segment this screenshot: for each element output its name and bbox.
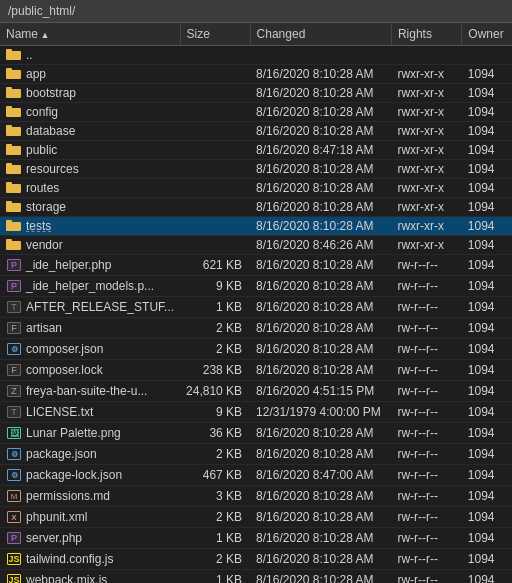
size-cell [180,84,250,103]
table-row[interactable]: app 8/16/2020 8:10:28 AM rwxr-xr-x 1094 [0,65,512,84]
size-cell: 36 KB [180,423,250,444]
owner-cell: 1094 [462,236,512,255]
file-name: artisan [26,321,62,335]
table-row[interactable]: F composer.lock 238 KB 8/16/2020 8:10:28… [0,360,512,381]
name-cell: JS webpack.mix.js [0,570,180,584]
folder-icon [6,105,22,119]
rights-cell: rwxr-xr-x [391,217,461,236]
file-name: permissions.md [26,489,110,503]
table-row[interactable]: config 8/16/2020 8:10:28 AM rwxr-xr-x 10… [0,103,512,122]
name-cell: T AFTER_RELEASE_STUF... [0,297,180,318]
changed-cell: 8/16/2020 8:10:28 AM [250,339,391,360]
owner-cell: 1094 [462,217,512,236]
owner-cell: 1094 [462,65,512,84]
changed-cell: 8/16/2020 8:10:28 AM [250,318,391,339]
php-icon: P [6,278,22,294]
zip-icon: Z [6,383,22,399]
file-name: .. [26,48,33,62]
name-cell: ⚙ composer.json [0,339,180,360]
file-name: tests [26,219,51,233]
table-row[interactable]: ⚙ package.json 2 KB 8/16/2020 8:10:28 AM… [0,444,512,465]
table-row[interactable]: database 8/16/2020 8:10:28 AM rwxr-xr-x … [0,122,512,141]
table-row[interactable]: P _ide_helper.php 621 KB 8/16/2020 8:10:… [0,255,512,276]
table-row[interactable]: tests 8/16/2020 8:10:28 AM rwxr-xr-x 109… [0,217,512,236]
rights-cell: rwxr-xr-x [391,160,461,179]
table-row[interactable]: X phpunit.xml 2 KB 8/16/2020 8:10:28 AM … [0,507,512,528]
rights-cell: rw-r--r-- [391,423,461,444]
svg-rect-19 [6,220,12,224]
rights-cell: rw-r--r-- [391,276,461,297]
table-row[interactable]: ⚙ package-lock.json 467 KB 8/16/2020 8:4… [0,465,512,486]
json-icon: ⚙ [6,467,22,483]
file-name: freya-ban-suite-the-u... [26,384,147,398]
table-row[interactable]: Z freya-ban-suite-the-u... 24,810 KB 8/1… [0,381,512,402]
svg-rect-1 [6,49,12,53]
table-row[interactable]: M permissions.md 3 KB 8/16/2020 8:10:28 … [0,486,512,507]
col-header-changed[interactable]: Changed [250,23,391,46]
img-icon: 🖼 [6,425,22,441]
size-cell: 621 KB [180,255,250,276]
table-row[interactable]: P server.php 1 KB 8/16/2020 8:10:28 AM r… [0,528,512,549]
col-header-size[interactable]: Size [180,23,250,46]
table-row[interactable]: .. [0,46,512,65]
owner-cell: 1094 [462,444,512,465]
file-name: tailwind.config.js [26,552,113,566]
svg-rect-17 [6,201,12,205]
svg-rect-21 [6,239,12,243]
parent-folder-icon [6,48,22,62]
owner-cell: 1094 [462,122,512,141]
column-headers: Name Size Changed Rights Owner [0,23,512,46]
col-header-owner[interactable]: Owner [462,23,512,46]
owner-cell: 1094 [462,318,512,339]
col-header-name[interactable]: Name [0,23,180,46]
table-row[interactable]: routes 8/16/2020 8:10:28 AM rwxr-xr-x 10… [0,179,512,198]
changed-cell: 8/16/2020 8:10:28 AM [250,486,391,507]
table-row[interactable]: JS tailwind.config.js 2 KB 8/16/2020 8:1… [0,549,512,570]
svg-rect-3 [6,68,12,72]
file-name: routes [26,181,59,195]
rights-cell [391,46,461,65]
table-row[interactable]: T AFTER_RELEASE_STUF... 1 KB 8/16/2020 8… [0,297,512,318]
folder-icon [6,143,22,157]
owner-cell: 1094 [462,198,512,217]
changed-cell: 8/16/2020 8:47:00 AM [250,465,391,486]
size-cell [180,217,250,236]
table-row[interactable]: P _ide_helper_models.p... 9 KB 8/16/2020… [0,276,512,297]
svg-rect-13 [6,163,12,167]
owner-cell: 1094 [462,360,512,381]
table-row[interactable]: storage 8/16/2020 8:10:28 AM rwxr-xr-x 1… [0,198,512,217]
path-label: /public_html/ [8,4,75,18]
name-cell: X phpunit.xml [0,507,180,528]
table-row[interactable]: T LICENSE.txt 9 KB 12/31/1979 4:00:00 PM… [0,402,512,423]
table-row[interactable]: vendor 8/16/2020 8:46:26 AM rwxr-xr-x 10… [0,236,512,255]
txt-icon: T [6,404,22,420]
file-name: composer.json [26,342,103,356]
rights-cell: rw-r--r-- [391,465,461,486]
size-cell: 3 KB [180,486,250,507]
changed-cell: 8/16/2020 8:10:28 AM [250,198,391,217]
md-icon: M [6,488,22,504]
changed-cell: 8/16/2020 8:10:28 AM [250,179,391,198]
name-cell: tests [0,217,180,236]
rights-cell: rw-r--r-- [391,255,461,276]
table-row[interactable]: 🖼 Lunar Palette.png 36 KB 8/16/2020 8:10… [0,423,512,444]
owner-cell [462,46,512,65]
table-row[interactable]: resources 8/16/2020 8:10:28 AM rwxr-xr-x… [0,160,512,179]
rights-cell: rw-r--r-- [391,360,461,381]
changed-cell: 8/16/2020 8:10:28 AM [250,528,391,549]
php-icon: P [6,257,22,273]
file-name: _ide_helper_models.p... [26,279,154,293]
table-row[interactable]: public 8/16/2020 8:47:18 AM rwxr-xr-x 10… [0,141,512,160]
table-row[interactable]: ⚙ composer.json 2 KB 8/16/2020 8:10:28 A… [0,339,512,360]
size-cell: 2 KB [180,507,250,528]
owner-cell: 1094 [462,84,512,103]
table-row[interactable]: F artisan 2 KB 8/16/2020 8:10:28 AM rw-r… [0,318,512,339]
svg-rect-11 [6,144,12,148]
xml-icon: X [6,509,22,525]
table-row[interactable]: JS webpack.mix.js 1 KB 8/16/2020 8:10:28… [0,570,512,584]
col-header-rights[interactable]: Rights [391,23,461,46]
changed-cell: 8/16/2020 8:10:28 AM [250,444,391,465]
owner-cell: 1094 [462,402,512,423]
table-row[interactable]: bootstrap 8/16/2020 8:10:28 AM rwxr-xr-x… [0,84,512,103]
name-cell: vendor [0,236,180,255]
